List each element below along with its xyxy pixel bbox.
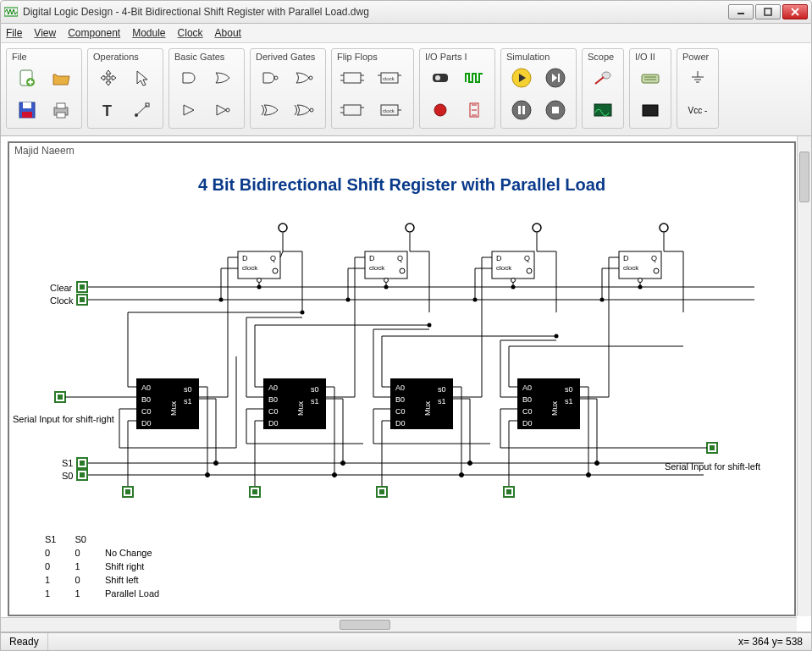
step-button[interactable] xyxy=(540,63,571,92)
t-flipflop-button[interactable]: clock xyxy=(374,96,405,124)
svg-text:clock: clock xyxy=(383,108,395,113)
text-tool-button[interactable]: T xyxy=(93,96,124,124)
svg-point-161 xyxy=(595,461,599,466)
play-button[interactable] xyxy=(506,63,537,92)
switch-button[interactable] xyxy=(425,63,456,92)
toolgroup-file: File xyxy=(6,48,82,129)
svg-point-124 xyxy=(384,285,389,290)
menu-view[interactable]: View xyxy=(34,27,56,39)
vertical-scrollbar[interactable] xyxy=(797,136,811,616)
svg-point-41 xyxy=(434,104,446,116)
svg-point-152 xyxy=(460,473,464,477)
sr-flipflop-button[interactable] xyxy=(337,96,367,124)
new-file-button[interactable] xyxy=(12,63,42,92)
not-gate-button[interactable] xyxy=(208,96,239,124)
pause-button[interactable] xyxy=(506,96,537,124)
ground-button[interactable] xyxy=(682,63,713,92)
toolgroup-simulation-title: Simulation xyxy=(506,52,571,62)
probe-button[interactable] xyxy=(588,63,618,92)
svg-rect-53 xyxy=(552,107,559,113)
svg-rect-14 xyxy=(57,113,65,118)
svg-point-120 xyxy=(600,298,605,302)
close-button[interactable] xyxy=(782,4,808,19)
led-button[interactable] xyxy=(425,96,456,124)
stop-button[interactable] xyxy=(540,96,571,124)
svg-rect-23 xyxy=(344,73,361,83)
menu-module[interactable]: Module xyxy=(132,27,165,39)
svg-rect-10 xyxy=(23,102,31,108)
xor-gate-button[interactable] xyxy=(256,96,286,124)
svg-rect-32 xyxy=(344,105,361,115)
jk-flipflop-button[interactable]: clock xyxy=(374,63,405,92)
svg-line-55 xyxy=(595,77,604,84)
svg-point-126 xyxy=(511,285,516,290)
wire-tool-button[interactable] xyxy=(127,96,157,124)
table-row: 10Shift left xyxy=(36,574,168,586)
select-tool-button[interactable] xyxy=(127,63,157,92)
menu-clock[interactable]: Clock xyxy=(178,27,203,39)
svg-rect-11 xyxy=(22,112,32,118)
window-title: Digital Logic Design - 4-Bit Bidirection… xyxy=(23,6,726,18)
move-tool-button[interactable] xyxy=(93,63,124,92)
toolgroup-operations-title: Operations xyxy=(93,52,157,62)
svg-point-128 xyxy=(638,285,643,290)
toolgroup-io-parts-1-title: I/O Parts I xyxy=(425,52,489,62)
svg-point-149 xyxy=(341,461,345,466)
or-gate-button[interactable] xyxy=(208,63,239,92)
toolgroup-io-2: I/O II xyxy=(629,48,671,129)
d-flipflop-button[interactable] xyxy=(337,63,367,92)
svg-rect-51 xyxy=(522,106,525,114)
keyboard-button[interactable] xyxy=(635,63,666,92)
svg-point-117 xyxy=(473,298,478,302)
vcc-label: Vcc - xyxy=(688,106,708,115)
svg-rect-57 xyxy=(642,74,659,83)
nand-gate-button[interactable] xyxy=(256,63,286,92)
seven-seg-button[interactable] xyxy=(459,96,489,124)
svg-text:T: T xyxy=(102,102,112,119)
menu-component[interactable]: Component xyxy=(68,27,120,39)
svg-point-20 xyxy=(274,76,278,80)
circuit-diagram: D Q clock A0 B0 C0 D0 s0 s1 xyxy=(9,143,788,499)
toolgroup-simulation: Simulation xyxy=(500,48,577,129)
toolgroup-io-2-title: I/O II xyxy=(635,52,666,62)
menu-bar: File View Component Module Clock About xyxy=(0,24,812,42)
truth-table: S1S0 00No Change 01Shift right 10Shift l… xyxy=(35,532,169,601)
svg-point-40 xyxy=(435,75,440,80)
status-bar: Ready x= 364 y= 538 xyxy=(0,632,812,651)
toolgroup-operations: Operations T xyxy=(87,48,163,129)
svg-text:clock: clock xyxy=(383,76,395,81)
toolgroup-scope: Scope xyxy=(582,48,624,129)
table-row: 01Shift right xyxy=(36,560,168,572)
display-button[interactable] xyxy=(635,96,666,124)
minimize-button[interactable] xyxy=(728,4,754,19)
xnor-gate-button[interactable] xyxy=(290,96,320,124)
toolbar: File Operations T Basic Gates Derived Ga… xyxy=(0,42,812,136)
buffer-gate-button[interactable] xyxy=(174,96,205,124)
toolgroup-scope-title: Scope xyxy=(588,52,618,62)
design-canvas[interactable]: Majid Naeem 4 Bit Bidirectional Shift Re… xyxy=(8,141,796,616)
and-gate-button[interactable] xyxy=(174,63,205,92)
table-row: 11Parallel Load xyxy=(36,588,168,599)
maximize-button[interactable] xyxy=(755,4,781,19)
toolgroup-derived-gates: Derived Gates xyxy=(250,48,326,129)
table-row: 00No Change xyxy=(36,547,168,559)
svg-point-111 xyxy=(219,298,224,302)
svg-rect-13 xyxy=(57,103,65,108)
pulse-button[interactable] xyxy=(459,63,489,92)
menu-about[interactable]: About xyxy=(215,27,241,39)
open-file-button[interactable] xyxy=(46,63,76,92)
save-file-button[interactable] xyxy=(12,96,42,124)
nor-gate-button[interactable] xyxy=(290,63,320,92)
horizontal-scrollbar[interactable] xyxy=(1,617,797,632)
print-button[interactable] xyxy=(46,96,76,124)
svg-point-186 xyxy=(555,334,559,339)
vcc-button[interactable]: Vcc - xyxy=(682,96,713,124)
svg-rect-2 xyxy=(765,8,771,15)
oscilloscope-button[interactable] xyxy=(588,96,618,124)
svg-point-122 xyxy=(257,285,262,290)
toolgroup-basic-gates-title: Basic Gates xyxy=(174,52,239,62)
menu-file[interactable]: File xyxy=(6,27,22,39)
toolgroup-basic-gates: Basic Gates xyxy=(168,48,245,129)
work-area: Majid Naeem 4 Bit Bidirectional Shift Re… xyxy=(0,135,812,632)
window-controls xyxy=(726,4,808,19)
